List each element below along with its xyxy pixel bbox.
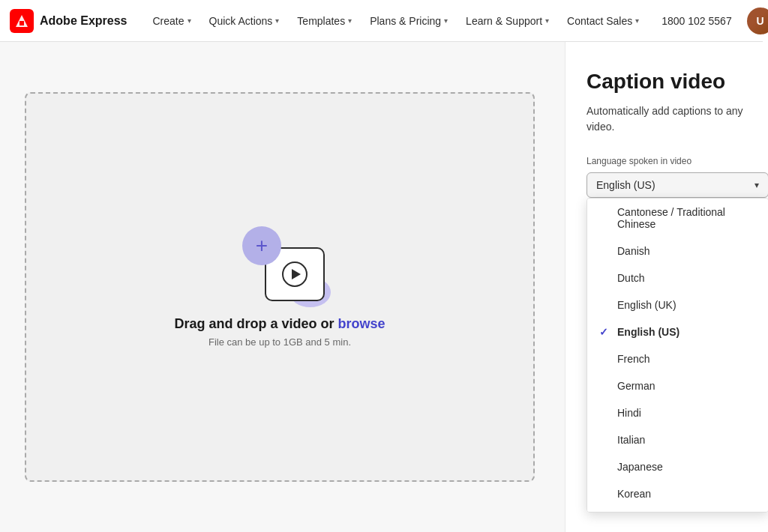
nav-plans-pricing[interactable]: Plans & Pricing ▾ [362,10,455,31]
language-option-label: Cantonese / Traditional Chinese [617,206,756,230]
video-drop-zone[interactable]: + Drag and drop a video or browse File c… [25,92,535,482]
adobe-express-logo-icon [10,9,34,33]
language-option[interactable]: Korean [587,480,768,507]
check-icon: ✓ [599,326,611,338]
language-option-label: English (US) [617,326,680,338]
language-field-label: Language spoken in video [586,156,768,166]
nav-plans-pricing-label: Plans & Pricing [370,15,441,27]
nav-templates-label: Templates [297,15,345,27]
logo-area: Adobe Express [10,9,127,33]
language-dropdown-selected[interactable]: English (US) ▾ [586,172,768,198]
language-option[interactable]: ✓English (US) [587,318,768,345]
language-option[interactable]: Dutch [587,265,768,291]
user-avatar[interactable]: U [747,7,768,34]
plus-symbol: + [256,235,268,256]
nav-quick-actions[interactable]: Quick Actions ▾ [202,10,287,31]
language-option[interactable]: Japanese [587,453,768,480]
language-selected-value: English (US) [596,179,656,191]
header: Adobe Express Create ▾ Quick Actions ▾ T… [0,0,763,42]
nav-create[interactable]: Create ▾ [145,10,198,31]
drop-main-text: Drag and drop a video or browse [174,316,385,332]
panel-title: Caption video [586,69,768,94]
language-option[interactable]: Hindi [587,399,768,426]
language-option-label: Korean [617,488,651,500]
drop-zone-icon-area: + [235,226,325,301]
language-option[interactable]: Danish [587,238,768,265]
language-dropdown-container: English (US) ▾ Cantonese / Traditional C… [586,172,768,198]
language-dropdown-list: Cantonese / Traditional ChineseDanishDut… [586,198,768,513]
language-option-label: Dutch [617,272,645,284]
nav-contact-sales-label: Contact Sales [567,15,632,27]
logo-text: Adobe Express [40,14,127,28]
nav-plans-pricing-chevron-icon: ▾ [444,16,448,25]
svg-rect-1 [20,21,24,25]
nav-contact-sales[interactable]: Contact Sales ▾ [560,10,646,31]
drop-sub-text: File can be up to 1GB and 5 min. [174,336,385,348]
main-content: + Drag and drop a video or browse File c… [0,42,763,532]
language-option[interactable]: Cantonese / Traditional Chinese [587,199,768,238]
language-option[interactable]: German [587,372,768,399]
left-panel: + Drag and drop a video or browse File c… [0,42,565,532]
nav-learn-support-chevron-icon: ▾ [545,16,549,25]
main-nav: Create ▾ Quick Actions ▾ Templates ▾ Pla… [145,10,646,31]
drag-drop-label: Drag and drop a video or [174,316,338,331]
nav-templates[interactable]: Templates ▾ [290,10,359,31]
language-option[interactable]: Mandarin / Simplified Chinese [587,507,768,513]
language-option[interactable]: English (UK) [587,291,768,318]
language-option-label: Japanese [617,461,663,473]
language-option-label: Hindi [617,407,641,419]
play-button-icon [282,262,308,287]
drop-zone-text: Drag and drop a video or browse File can… [174,316,385,348]
right-panel: Caption video Automatically add captions… [565,42,768,532]
dropdown-chevron-icon: ▾ [754,180,759,190]
nav-contact-sales-chevron-icon: ▾ [635,16,639,25]
phone-number: 1800 102 5567 [662,15,731,27]
language-option-label: Danish [617,245,650,257]
avatar-image: U [747,7,768,34]
plus-icon: + [242,226,281,265]
language-option-label: Italian [617,434,645,446]
language-option-label: German [617,380,656,392]
nav-quick-actions-label: Quick Actions [209,15,273,27]
nav-templates-chevron-icon: ▾ [348,16,352,25]
nav-create-chevron-icon: ▾ [188,16,191,25]
nav-create-label: Create [152,15,184,27]
browse-link[interactable]: browse [338,316,386,331]
language-option-label: English (UK) [617,299,676,311]
nav-learn-support-label: Learn & Support [466,15,542,27]
language-option[interactable]: French [587,345,768,372]
play-triangle-icon [292,269,301,279]
language-option-label: French [617,353,650,365]
language-option[interactable]: Italian [587,426,768,453]
nav-learn-support[interactable]: Learn & Support ▾ [458,10,556,31]
nav-quick-actions-chevron-icon: ▾ [275,16,279,25]
panel-subtitle: Automatically add captions to any video. [586,103,768,135]
